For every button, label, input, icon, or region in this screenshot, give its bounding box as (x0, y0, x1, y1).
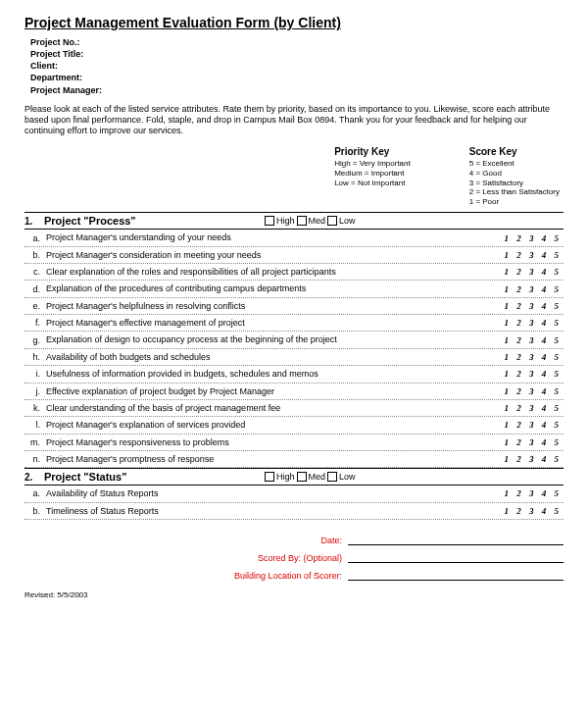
item-text: Project Manager's understanding of your … (46, 232, 505, 242)
item-letter: g. (24, 335, 46, 345)
field-project-no: Project No.: (30, 36, 564, 48)
item-row: a.Project Manager's understanding of you… (24, 230, 564, 246)
item-letter: n. (24, 454, 46, 464)
sig-line-location[interactable] (348, 571, 564, 581)
section-num: 1. (24, 216, 44, 227)
item-score[interactable]: 1 2 3 4 5 (505, 335, 564, 345)
item-score[interactable]: 1 2 3 4 5 (505, 386, 564, 396)
item-text: Clear understanding of the basis of proj… (46, 403, 505, 413)
item-letter: b. (24, 506, 46, 516)
item-text: Project Manager's explanation of service… (46, 420, 505, 430)
keys-row: Priority Key High = Very Important Mediu… (24, 146, 564, 206)
item-letter: e. (24, 301, 46, 311)
item-score[interactable]: 1 2 3 4 5 (505, 284, 564, 294)
priority-key-line: High = Very Important (334, 159, 411, 169)
sig-row-scored-by: Scored By: (Optional) (24, 553, 564, 563)
item-score[interactable]: 1 2 3 4 5 (505, 233, 564, 243)
header-fields: Project No.: Project Title: Client: Depa… (30, 36, 564, 96)
item-score[interactable]: 1 2 3 4 5 (505, 506, 564, 516)
priority-checkboxes: High Med Low (265, 472, 356, 482)
sig-line-date[interactable] (348, 536, 564, 545)
priority-checkboxes: High Med Low (265, 216, 356, 226)
checkbox-low-label: Low (339, 216, 356, 226)
item-score[interactable]: 1 2 3 4 5 (505, 301, 564, 311)
section-title: Project "Process" (44, 215, 265, 227)
item-letter: a. (24, 233, 46, 243)
item-text: Timeliness of Status Reports (46, 506, 505, 516)
item-score[interactable]: 1 2 3 4 5 (505, 250, 564, 260)
item-text: Project Manager's promptness of response (46, 454, 505, 464)
checkbox-low-label: Low (339, 472, 356, 482)
item-text: Explanation of design to occupancy proce… (46, 334, 505, 344)
item-score[interactable]: 1 2 3 4 5 (505, 488, 564, 498)
form-title: Project Management Evaluation Form (by C… (24, 15, 564, 30)
section-2-header: 2. Project "Status" High Med Low (24, 468, 564, 486)
item-text: Project Manager's effective management o… (46, 318, 505, 328)
item-letter: j. (24, 386, 46, 396)
item-text: Effective explanation of project budget … (46, 386, 505, 396)
checkbox-low[interactable] (327, 472, 337, 482)
item-text: Project Manager's helpfulness in resolvi… (46, 301, 505, 311)
item-row: k.Clear understanding of the basis of pr… (24, 400, 564, 417)
item-text: Usefulness of information provided in bu… (46, 369, 505, 379)
item-text: Availability of Status Reports (46, 488, 505, 498)
item-row: h.Availability of both budgets and sched… (24, 349, 564, 366)
item-letter: m. (24, 437, 46, 447)
item-score[interactable]: 1 2 3 4 5 (505, 420, 564, 430)
checkbox-high[interactable] (265, 216, 274, 226)
item-text: Project Manager's responsiveness to prob… (46, 437, 505, 447)
score-key-line: 5 = Excellent (469, 159, 560, 169)
checkbox-high-label: High (276, 216, 295, 226)
priority-key-line: Medium = Important (334, 169, 411, 179)
item-text: Availability of both budgets and schedul… (46, 352, 505, 362)
item-letter: b. (24, 250, 46, 260)
item-score[interactable]: 1 2 3 4 5 (505, 403, 564, 413)
field-department: Department: (30, 72, 564, 83)
item-score[interactable]: 1 2 3 4 5 (505, 437, 564, 447)
item-score[interactable]: 1 2 3 4 5 (505, 318, 564, 328)
sig-row-date: Date: (24, 536, 564, 545)
section-1-header: 1. Project "Process" High Med Low (24, 212, 564, 230)
checkbox-high-label: High (276, 472, 295, 482)
score-key-line: 4 = Good (469, 169, 560, 179)
item-score[interactable]: 1 2 3 4 5 (505, 267, 564, 277)
item-text: Clear explanation of the roles and respo… (46, 267, 505, 277)
checkbox-med[interactable] (297, 472, 307, 482)
checkbox-med-label: Med (309, 472, 326, 482)
item-letter: f. (24, 318, 46, 328)
item-row: b.Project Manager's consideration in mee… (24, 247, 564, 264)
sig-label-location: Building Location of Scorer: (24, 571, 348, 581)
item-text: Project Manager's consideration in meeti… (46, 250, 505, 260)
field-client: Client: (30, 60, 564, 72)
section-title: Project "Status" (44, 471, 265, 483)
section-num: 2. (24, 472, 44, 483)
item-row: e.Project Manager's helpfulness in resol… (24, 298, 564, 315)
item-letter: l. (24, 420, 46, 430)
item-row: j.Effective explanation of project budge… (24, 384, 564, 400)
sig-line-scored-by[interactable] (348, 553, 564, 563)
item-letter: d. (24, 284, 46, 294)
item-score[interactable]: 1 2 3 4 5 (505, 454, 564, 464)
item-score[interactable]: 1 2 3 4 5 (505, 369, 564, 379)
score-key: Score Key 5 = Excellent 4 = Good 3 = Sat… (469, 146, 560, 206)
item-row: l.Project Manager's explanation of servi… (24, 417, 564, 434)
revised-date: Revised: 5/5/2003 (24, 590, 564, 599)
checkbox-high[interactable] (265, 472, 274, 482)
item-letter: i. (24, 369, 46, 379)
item-row: a.Availability of Status Reports1 2 3 4 … (24, 486, 564, 502)
checkbox-med[interactable] (297, 216, 307, 226)
item-row: i.Usefulness of information provided in … (24, 366, 564, 383)
item-row: b.Timeliness of Status Reports1 2 3 4 5 (24, 503, 564, 520)
item-score[interactable]: 1 2 3 4 5 (505, 352, 564, 362)
item-row: f.Project Manager's effective management… (24, 315, 564, 332)
checkbox-low[interactable] (327, 216, 337, 226)
checkbox-med-label: Med (309, 216, 326, 226)
priority-key-line: Low = Not Important (334, 179, 411, 188)
score-key-line: 2 = Less than Satisfactory (469, 187, 560, 197)
item-row: d.Explanation of the procedures of contr… (24, 281, 564, 297)
priority-key-title: Priority Key (334, 146, 411, 157)
signature-block: Date: Scored By: (Optional) Building Loc… (24, 536, 564, 581)
sig-row-location: Building Location of Scorer: (24, 571, 564, 581)
instructions-text: Please look at each of the listed servic… (24, 104, 564, 137)
score-key-title: Score Key (469, 146, 560, 157)
